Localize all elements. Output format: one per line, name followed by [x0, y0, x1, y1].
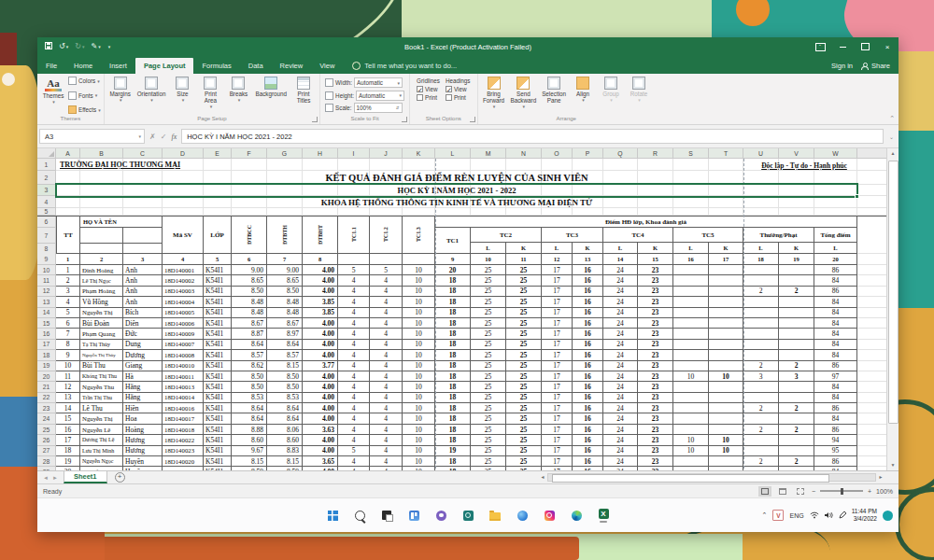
cell[interactable] [709, 208, 743, 216]
cell[interactable]: 25 [506, 456, 542, 467]
cell[interactable]: Dương [123, 350, 163, 360]
cell[interactable]: 19 [779, 254, 814, 265]
restore-button[interactable] [854, 37, 876, 56]
cell[interactable] [779, 265, 814, 275]
cell[interactable]: 10 [673, 435, 709, 445]
cell[interactable] [506, 208, 542, 216]
cell[interactable] [709, 308, 743, 318]
cell[interactable]: 13 [573, 254, 603, 265]
cell[interactable] [743, 393, 779, 403]
chat-taskbar-icon[interactable] [432, 503, 450, 527]
cell[interactable] [123, 244, 163, 254]
cell[interactable]: 4 [338, 318, 370, 329]
cell[interactable]: Nguyễn Thu [80, 382, 123, 392]
zoom-slider[interactable] [820, 490, 863, 492]
cell[interactable]: 8.57 [267, 350, 303, 360]
cell[interactable]: 4 [338, 308, 370, 318]
cell[interactable]: 18 [435, 371, 471, 382]
orientation-button[interactable]: Orientation▾ [135, 76, 168, 115]
cell[interactable] [709, 329, 743, 339]
cell[interactable]: 10 [403, 382, 435, 392]
header-đtbcc[interactable]: ĐTBCC [232, 217, 267, 254]
cell[interactable]: 4 [370, 308, 403, 318]
cell[interactable]: 10 [403, 275, 435, 286]
cell[interactable]: 12 [542, 254, 573, 265]
row-header-11[interactable]: 11 [37, 275, 56, 286]
cell[interactable] [267, 208, 303, 216]
row-header-19[interactable]: 19 [37, 361, 56, 371]
cell[interactable] [542, 159, 573, 171]
horizontal-scrollbar[interactable]: ◄ ► [538, 472, 885, 482]
cell[interactable]: 18D140016 [163, 403, 204, 413]
row-header-13[interactable]: 13 [37, 297, 56, 307]
cell[interactable]: 25 [506, 265, 542, 275]
cell[interactable]: 9.00 [232, 265, 267, 275]
cell[interactable]: 4.00 [303, 275, 338, 286]
cell[interactable]: 25 [471, 287, 506, 297]
share-button[interactable]: Share [861, 62, 890, 70]
cell[interactable]: 10 [403, 456, 435, 467]
cell[interactable]: Hà [123, 371, 163, 382]
cell[interactable]: 5 [338, 265, 370, 275]
cell[interactable]: 11 [506, 254, 542, 265]
cell[interactable]: 8.50 [232, 371, 267, 382]
cell[interactable]: 8 [303, 254, 338, 265]
cell[interactable]: 9 [56, 350, 80, 360]
cell[interactable]: 3.85 [303, 308, 338, 318]
row-header-5[interactable]: 5 [37, 208, 56, 216]
cell[interactable] [709, 350, 743, 360]
cell[interactable]: 8.64 [232, 403, 267, 413]
cell[interactable] [303, 159, 338, 171]
cell[interactable]: 4 [370, 435, 403, 445]
ribbon-tab-insert[interactable]: Insert [101, 58, 135, 74]
cell[interactable]: 16 [573, 425, 603, 435]
cell[interactable]: 24 [603, 308, 638, 318]
cell[interactable]: Hoàng [123, 425, 163, 435]
cell[interactable]: 3.85 [303, 297, 338, 307]
cell[interactable] [709, 275, 743, 286]
cell[interactable]: 10 [673, 371, 709, 382]
cell[interactable] [673, 275, 709, 286]
cell[interactable]: 17 [542, 287, 573, 297]
cell[interactable]: 16 [573, 393, 603, 403]
cell[interactable]: 10 [471, 254, 506, 265]
cell[interactable]: 25 [471, 413, 506, 424]
cell[interactable]: 86 [814, 425, 857, 435]
cell[interactable] [603, 159, 638, 171]
cell[interactable]: 23 [638, 329, 673, 339]
save-icon[interactable] [45, 42, 52, 52]
cell[interactable] [338, 254, 370, 265]
themes-button[interactable]: Aa Themes▾ [40, 76, 66, 115]
cell[interactable] [709, 340, 743, 350]
header-tc1-2[interactable]: TC1.2 [370, 217, 403, 254]
cell[interactable] [56, 208, 80, 216]
column-header-V[interactable]: V [779, 148, 814, 159]
cell[interactable] [673, 159, 709, 171]
cell[interactable]: 23 [638, 403, 673, 413]
selection-pane-button[interactable]: Selection Pane [540, 76, 568, 115]
cell[interactable]: 86 [814, 456, 857, 467]
cell[interactable] [709, 413, 743, 424]
cell[interactable]: 25 [471, 340, 506, 350]
cell[interactable]: 16 [573, 265, 603, 275]
sign-in-link[interactable]: Sign in [831, 62, 853, 70]
cell[interactable]: 18 [435, 297, 471, 307]
cell[interactable]: 84 [814, 308, 857, 318]
cell[interactable]: 10 [403, 350, 435, 360]
cell[interactable]: 8.50 [267, 287, 303, 297]
cell[interactable] [123, 228, 163, 244]
cell[interactable]: 23 [638, 382, 673, 392]
cell[interactable]: 18 [56, 446, 80, 456]
ribbon-tab-home[interactable]: Home [65, 58, 101, 74]
cell[interactable]: 25 [506, 393, 542, 403]
cell[interactable]: Nguyễn Thị [80, 308, 123, 318]
cell[interactable]: 24 [603, 456, 638, 467]
column-header-D[interactable]: D [163, 148, 204, 159]
cell[interactable] [603, 208, 638, 216]
language-indicator[interactable]: ENG [789, 512, 803, 519]
cell[interactable] [743, 435, 779, 445]
cell[interactable]: 2 [779, 403, 814, 413]
column-header-F[interactable]: F [232, 148, 267, 159]
cell[interactable]: 4 [338, 425, 370, 435]
header-tc1-3[interactable]: TC1.3 [403, 217, 435, 254]
